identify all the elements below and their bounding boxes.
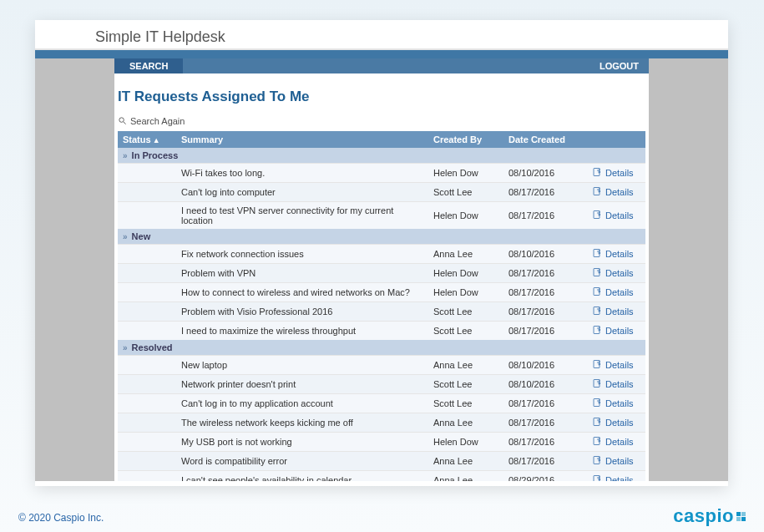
cell-summary: I need to maximize the wireless throughp… — [176, 321, 428, 340]
cell-date: 08/10/2016 — [503, 374, 587, 393]
cell-date: 08/17/2016 — [503, 182, 587, 201]
cell-created-by: Helen Dow — [428, 432, 503, 451]
cell-action: Details — [587, 282, 645, 301]
content-frame: SEARCH LOGOUT IT Requests Assigned To Me… — [35, 58, 728, 481]
details-icon — [592, 248, 602, 260]
cell-status — [118, 413, 176, 432]
cell-action: Details — [587, 163, 645, 182]
nav-bar: SEARCH LOGOUT — [114, 58, 649, 73]
table-row: I need to maximize the wireless throughp… — [118, 321, 645, 340]
table-row: Can't log in to my application accountSc… — [118, 393, 645, 413]
cell-date: 08/29/2016 — [503, 470, 587, 481]
col-summary[interactable]: Summary — [176, 131, 428, 148]
details-icon — [592, 306, 602, 317]
group-header[interactable]: » Resolved — [118, 340, 645, 356]
table-row: The wireless network keeps kicking me of… — [118, 413, 645, 432]
details-label: Details — [605, 326, 634, 336]
cell-date: 08/17/2016 — [503, 321, 587, 340]
details-icon — [592, 474, 602, 482]
table-row: Wi-Fi takes too long.Helen Dow08/10/2016… — [118, 163, 645, 182]
table-row: My USB port is not workingHelen Dow08/17… — [118, 432, 645, 451]
cell-summary: Wi-Fi takes too long. — [176, 163, 428, 182]
cell-date: 08/17/2016 — [503, 301, 587, 321]
cell-status — [118, 355, 176, 374]
details-label: Details — [605, 360, 634, 370]
cell-date: 08/17/2016 — [503, 282, 587, 301]
cell-summary: Can't log in to my application account — [176, 393, 428, 413]
details-link[interactable]: Details — [592, 359, 634, 371]
cell-status — [118, 470, 176, 481]
cell-created-by: Anna Lee — [428, 413, 503, 432]
table-row: Problem with Visio Professional 2016Scot… — [118, 301, 645, 321]
cell-status — [118, 393, 176, 413]
cell-action: Details — [587, 301, 645, 321]
table-row: Problem with VPNHelen Dow08/17/2016Detai… — [118, 263, 645, 282]
group-header[interactable]: » In Process — [118, 148, 645, 164]
cell-created-by: Anna Lee — [428, 451, 503, 470]
sort-asc-icon: ▲ — [153, 136, 160, 144]
app-title: Simple IT Helpdesk — [95, 28, 728, 46]
col-status[interactable]: Status▲ — [118, 131, 176, 148]
requests-table: Status▲ Summary Created By Date Created … — [118, 131, 645, 482]
details-link[interactable]: Details — [592, 248, 634, 260]
search-again-link[interactable]: Search Again — [118, 116, 185, 126]
details-link[interactable]: Details — [592, 286, 634, 298]
page-title: IT Requests Assigned To Me — [118, 89, 645, 105]
cell-action: Details — [587, 470, 645, 481]
cell-status — [118, 321, 176, 340]
cell-date: 08/10/2016 — [503, 163, 587, 182]
col-created-by[interactable]: Created By — [428, 131, 503, 148]
details-icon — [592, 325, 602, 337]
cell-date: 08/17/2016 — [503, 393, 587, 413]
cell-status — [118, 182, 176, 201]
cell-status — [118, 282, 176, 301]
cell-summary: I can't see people's availability in cal… — [176, 470, 428, 481]
search-again-label: Search Again — [130, 116, 185, 126]
details-label: Details — [605, 268, 634, 278]
details-label: Details — [605, 249, 634, 259]
details-link[interactable]: Details — [592, 267, 634, 279]
svg-point-0 — [119, 118, 124, 123]
details-link[interactable]: Details — [592, 325, 634, 337]
nav-search[interactable]: SEARCH — [114, 58, 183, 73]
cell-summary: My USB port is not working — [176, 432, 428, 451]
cell-summary: Network printer doesn't print — [176, 374, 428, 393]
svg-rect-16 — [594, 475, 600, 481]
table-row: How to connect to wireless and wired net… — [118, 282, 645, 301]
details-link[interactable]: Details — [592, 167, 634, 179]
cell-summary: New laptop — [176, 355, 428, 374]
nav-logout[interactable]: LOGOUT — [589, 58, 649, 73]
details-link[interactable]: Details — [592, 455, 634, 467]
group-header[interactable]: » New — [118, 229, 645, 245]
cell-action: Details — [587, 321, 645, 340]
cell-date: 08/17/2016 — [503, 201, 587, 229]
details-link[interactable]: Details — [592, 210, 634, 221]
table-row: Network printer doesn't printScott Lee08… — [118, 374, 645, 393]
cell-created-by: Scott Lee — [428, 182, 503, 201]
details-link[interactable]: Details — [592, 378, 634, 390]
app-window: Simple IT Helpdesk SEARCH LOGOUT IT Requ… — [35, 20, 728, 486]
cell-summary: I need to test VPN server connectivity f… — [176, 201, 428, 229]
chevron-right-icon: » — [123, 232, 128, 241]
details-icon — [592, 359, 602, 371]
details-link[interactable]: Details — [592, 436, 634, 448]
cell-summary: The wireless network keeps kicking me of… — [176, 413, 428, 432]
details-link[interactable]: Details — [592, 474, 634, 482]
details-label: Details — [605, 307, 634, 317]
content-inner: SEARCH LOGOUT IT Requests Assigned To Me… — [114, 58, 649, 481]
cell-created-by: Helen Dow — [428, 201, 503, 229]
details-link[interactable]: Details — [592, 306, 634, 317]
details-link[interactable]: Details — [592, 186, 634, 198]
cell-created-by: Helen Dow — [428, 263, 503, 282]
details-icon — [592, 186, 602, 198]
cell-action: Details — [587, 451, 645, 470]
page-copyright: © 2020 Caspio Inc. — [18, 512, 104, 524]
table-row: I can't see people's availability in cal… — [118, 470, 645, 481]
details-icon — [592, 398, 602, 409]
details-link[interactable]: Details — [592, 417, 634, 428]
cell-action: Details — [587, 413, 645, 432]
search-icon — [118, 116, 127, 125]
col-date-created[interactable]: Date Created — [503, 131, 587, 148]
details-link[interactable]: Details — [592, 398, 634, 409]
cell-created-by: Scott Lee — [428, 301, 503, 321]
